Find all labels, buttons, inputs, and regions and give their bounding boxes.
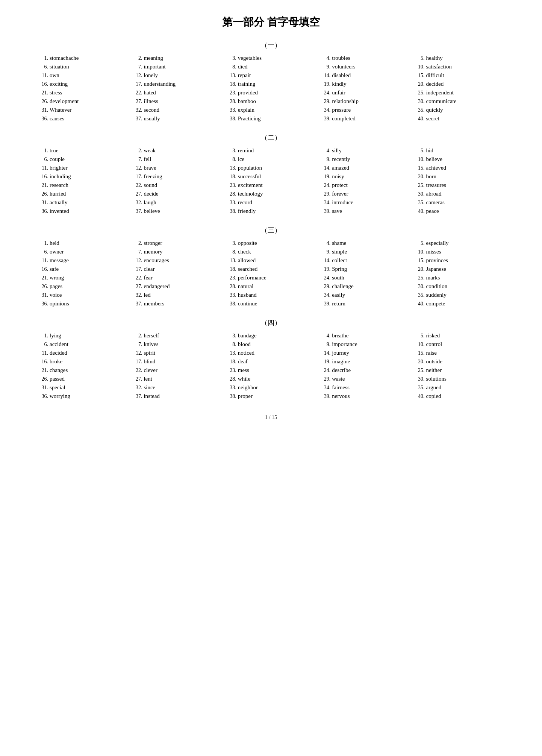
word-number: 21.: [38, 90, 48, 96]
word-text: couple: [50, 156, 65, 162]
word-text: raise: [426, 350, 437, 356]
word-item: 27.endangered: [132, 283, 222, 290]
word-text: imagine: [332, 358, 350, 365]
word-number: 15.: [414, 73, 425, 79]
word-item: 25.treasures: [414, 182, 504, 188]
word-number: 34.: [320, 107, 330, 113]
word-item: 6.situation: [38, 64, 128, 70]
word-text: independent: [426, 90, 454, 96]
word-number: 14.: [320, 350, 330, 356]
word-number: 25.: [414, 90, 425, 96]
word-text: continue: [238, 301, 257, 307]
word-text: knives: [144, 341, 158, 348]
word-number: 23.: [226, 182, 236, 188]
word-item: 3.remind: [226, 147, 316, 154]
word-text: ice: [238, 156, 244, 162]
word-text: while: [238, 376, 250, 382]
word-item: 23.excitement: [226, 182, 316, 188]
word-number: 27.: [132, 191, 142, 197]
word-item: 7.important: [132, 64, 222, 70]
word-text: weak: [144, 147, 156, 154]
word-item: 35.cameras: [414, 199, 504, 206]
word-text: neither: [426, 367, 442, 373]
word-item: 19.imagine: [320, 358, 410, 365]
word-number: 32.: [132, 385, 142, 391]
word-item: 25.neither: [414, 367, 504, 373]
word-number: 7.: [132, 64, 142, 70]
word-item: 26.development: [38, 98, 128, 105]
section-4: （四）1.lying2.herself3.bandage4.breathe5.r…: [30, 318, 512, 399]
word-item: 21.changes: [38, 367, 128, 373]
word-item: 8.died: [226, 64, 316, 70]
word-number: 30.: [414, 191, 425, 197]
word-item: 9.simple: [320, 249, 410, 255]
word-number: 25.: [414, 367, 425, 373]
word-text: marks: [426, 275, 440, 281]
word-item: 28.while: [226, 376, 316, 382]
word-item: 13.noticed: [226, 350, 316, 356]
word-number: 27.: [132, 284, 142, 290]
word-number: 5.: [414, 240, 425, 246]
word-number: 5.: [414, 148, 425, 154]
word-number: 11.: [38, 258, 48, 264]
word-text: unfair: [332, 90, 345, 96]
word-number: 21.: [38, 182, 48, 188]
word-text: healthy: [426, 55, 443, 61]
section-2: （二）1.true2.weak3.remind4.silly5.hid6.cou…: [30, 133, 512, 214]
word-text: risked: [426, 332, 440, 339]
word-number: 38.: [226, 301, 236, 307]
word-item: 18.training: [226, 81, 316, 87]
word-text: performance: [238, 275, 266, 281]
section-3: （三）1.held2.stronger3.opposite4.shame5.es…: [30, 226, 512, 307]
word-text: excitement: [238, 182, 263, 188]
word-item: 34.fairness: [320, 384, 410, 391]
word-item: 37.members: [132, 301, 222, 307]
word-item: 38.friendly: [226, 208, 316, 214]
word-text: usually: [144, 115, 160, 122]
word-item: 6.couple: [38, 156, 128, 162]
word-text: second: [144, 107, 159, 113]
word-item: 8.check: [226, 249, 316, 255]
word-item: 31.Whatever: [38, 107, 128, 113]
word-item: 12.brave: [132, 165, 222, 171]
word-number: 3.: [226, 333, 236, 339]
word-number: 15.: [414, 258, 425, 264]
word-text: husband: [238, 292, 257, 298]
word-number: 34.: [320, 292, 330, 298]
word-item: 22.clever: [132, 367, 222, 373]
word-item: 19.noisy: [320, 173, 410, 180]
section-title-4: （四）: [30, 318, 512, 327]
word-item: 22.sound: [132, 182, 222, 188]
word-text: changes: [50, 367, 68, 373]
page-footer: 1 / 15: [30, 414, 512, 421]
word-item: 5.especially: [414, 240, 504, 246]
word-number: 6.: [38, 249, 48, 255]
word-text: members: [144, 301, 164, 307]
word-item: 35.suddenly: [414, 292, 504, 298]
word-item: 33.husband: [226, 292, 316, 298]
word-text: stomachache: [50, 55, 79, 61]
word-number: 35.: [414, 385, 425, 391]
word-number: 1.: [38, 333, 48, 339]
word-item: 24.describe: [320, 367, 410, 373]
word-text: blind: [144, 358, 155, 365]
word-text: especially: [426, 240, 449, 246]
word-text: stronger: [144, 240, 162, 246]
page-number: 1 / 15: [265, 414, 277, 420]
word-number: 9.: [320, 342, 330, 348]
word-number: 7.: [132, 156, 142, 162]
word-text: lent: [144, 376, 152, 382]
word-number: 23.: [226, 275, 236, 281]
word-item: 35.quickly: [414, 107, 504, 113]
word-text: suddenly: [426, 292, 447, 298]
word-number: 8.: [226, 64, 236, 70]
word-number: 16.: [38, 81, 48, 87]
word-item: 17.freezing: [132, 173, 222, 180]
word-text: freezing: [144, 173, 162, 180]
word-number: 5.: [414, 333, 425, 339]
word-text: laugh: [144, 199, 156, 206]
page-title: 第一部分 首字母填空: [30, 15, 512, 29]
word-text: noisy: [332, 173, 344, 180]
word-number: 13.: [226, 73, 236, 79]
word-item: 3.opposite: [226, 240, 316, 246]
